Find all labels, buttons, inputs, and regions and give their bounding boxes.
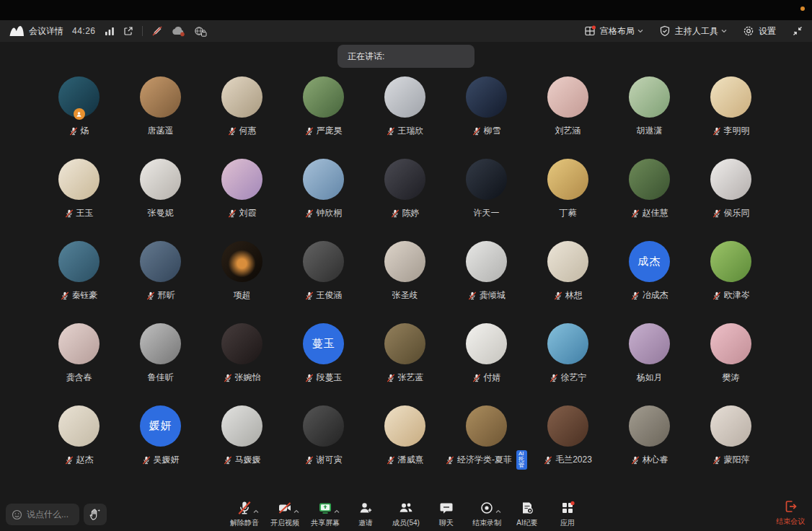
participant-tile[interactable]: 钟欣桐	[283, 154, 364, 237]
participant-name-row: 秦钰豪	[61, 290, 98, 301]
participant-tile[interactable]: 龚倾城	[446, 237, 527, 319]
end-meeting-button[interactable]: 结束会议	[776, 499, 805, 527]
ai-doc-icon	[520, 500, 534, 516]
participant-name-row: 项超	[234, 290, 251, 301]
avatar	[629, 405, 670, 447]
participant-tile[interactable]: 王瑞欣	[364, 72, 446, 154]
participant-name: 毛兰2023	[555, 454, 592, 466]
participant-tile[interactable]: 陈婷	[364, 154, 446, 237]
participant-tile[interactable]: 毛兰2023	[527, 401, 609, 483]
participant-tile[interactable]: 许天一	[446, 154, 527, 237]
chevron-up-icon[interactable]	[253, 504, 259, 517]
participant-tile[interactable]: 林心睿	[609, 401, 690, 483]
signal-strength-icon[interactable]	[105, 26, 115, 36]
host-tools-button[interactable]: 主持人工具	[659, 25, 727, 38]
participant-tile[interactable]: 林想	[527, 237, 609, 319]
ai-host-badge: AI托管	[516, 450, 527, 470]
chevron-up-icon[interactable]	[495, 504, 501, 517]
participant-name: 冶成杰	[643, 289, 668, 302]
participant-tile[interactable]: 侯乐同	[690, 154, 772, 237]
toolbar-button-share-screen[interactable]: 共享屏幕	[307, 500, 343, 528]
toolbar-button-start-video[interactable]: 开启视频	[267, 500, 303, 528]
participant-tile[interactable]: 龚含春	[38, 319, 120, 401]
participant-name: 欧津岑	[724, 289, 750, 302]
participant-tile[interactable]: 胡遨潇	[609, 72, 690, 154]
participant-name-row: 蒙阳萍	[712, 455, 750, 465]
avatar	[629, 323, 670, 364]
participant-tile[interactable]: 秦钰豪	[38, 237, 120, 319]
open-external-icon[interactable]	[123, 26, 133, 36]
participant-tile[interactable]: 王俊涵	[283, 237, 364, 319]
participant-tile[interactable]: 张婉怡	[201, 319, 283, 401]
participant-tile[interactable]: 项超	[201, 237, 283, 319]
quick-chat-input[interactable]: 说点什么...	[6, 504, 79, 525]
participant-tile[interactable]: 张艺蓝	[364, 319, 446, 401]
participant-tile[interactable]: 邢昕	[120, 237, 201, 319]
participant-tile[interactable]: 樊涛	[690, 319, 772, 401]
participant-tile[interactable]: 谢可寅	[283, 401, 364, 483]
toolbar-button-stop-record[interactable]: 结束录制	[469, 500, 505, 528]
avatar	[384, 323, 425, 364]
participant-name: 丁蕤	[560, 207, 577, 219]
participant-tile[interactable]: 蒙阳萍	[690, 401, 772, 483]
participant-name-row: 柳雪	[472, 126, 501, 136]
participant-tile[interactable]: 马媛媛	[201, 401, 283, 483]
muted-mic-icon	[712, 209, 721, 218]
participant-tile[interactable]: 赵佳慧	[609, 154, 690, 237]
chat-placeholder: 说点什么...	[27, 509, 69, 521]
cloud-recording-icon[interactable]	[172, 26, 185, 37]
participant-tile[interactable]: 王玉	[38, 154, 120, 237]
collapse-window-button[interactable]	[792, 25, 803, 37]
toolbar-button-invite[interactable]: 邀请	[348, 500, 384, 528]
participant-tile[interactable]: 经济学类-夏菲AI托管	[446, 401, 527, 483]
avatar	[303, 159, 344, 200]
toolbar-button-apps[interactable]: 应用	[550, 500, 586, 528]
toolbar-button-chat[interactable]: 聊天	[428, 500, 464, 528]
avatar	[710, 241, 751, 282]
participant-name-row: 龚含春	[66, 372, 92, 383]
participant-tile[interactable]: 蔓玉段蔓玉	[283, 319, 364, 401]
toolbar-button-ai-notes[interactable]: AI纪要	[509, 500, 545, 528]
participant-tile[interactable]: 媛妍吴媛妍	[120, 401, 201, 483]
participant-tile[interactable]: 刘霞	[201, 154, 283, 237]
participant-tile[interactable]: 炀	[38, 72, 120, 154]
participant-tile[interactable]: 潘威熹	[364, 401, 446, 483]
grid-layout-button[interactable]: 宫格布局	[584, 25, 643, 38]
muted-mic-icon	[554, 291, 562, 300]
interpretation-lock-icon[interactable]	[194, 26, 207, 37]
settings-button[interactable]: 设置	[743, 25, 776, 38]
participant-tile[interactable]: 何惠	[201, 72, 283, 154]
participant-tile[interactable]: 严庞昊	[283, 72, 364, 154]
participant-name: 蒙阳萍	[724, 454, 750, 466]
muted-mic-icon	[69, 127, 78, 136]
participant-tile[interactable]: 欧津岑	[690, 237, 772, 319]
chevron-up-icon[interactable]	[294, 504, 299, 517]
raise-hand-button[interactable]	[84, 504, 107, 525]
participant-tile[interactable]: 付婧	[446, 319, 527, 401]
avatar	[629, 76, 670, 118]
participant-tile[interactable]: 鲁佳昕	[120, 319, 201, 401]
participant-name-row: 付婧	[472, 372, 501, 383]
toolbar-button-unmute[interactable]: 解除静音	[226, 500, 262, 528]
chevron-up-icon[interactable]	[334, 504, 340, 517]
participant-tile[interactable]: 张曼妮	[120, 154, 201, 237]
participant-tile[interactable]: 张圣歧	[364, 237, 446, 319]
participant-tile[interactable]: 唐菡遥	[120, 72, 201, 154]
participant-tile[interactable]: 柳雪	[446, 72, 527, 154]
participant-tile[interactable]: 成杰冶成杰	[609, 237, 690, 319]
caption-disabled-icon[interactable]	[151, 25, 163, 37]
participant-name-row: 樊涛	[723, 372, 740, 383]
people-icon	[399, 500, 413, 516]
avatar: 蔓玉	[303, 323, 344, 364]
participant-tile[interactable]: 杨如月	[609, 319, 690, 401]
participant-tile[interactable]: 徐艺宁	[527, 319, 609, 401]
muted-mic-icon	[387, 456, 395, 465]
avatar	[140, 159, 181, 200]
participant-name-row: 赵杰	[65, 455, 94, 465]
participant-tile[interactable]: 赵杰	[38, 401, 120, 483]
participant-tile[interactable]: 李明明	[690, 72, 772, 154]
meeting-details-button[interactable]: 会议详情	[29, 25, 63, 38]
participant-tile[interactable]: 丁蕤	[527, 154, 609, 237]
participant-tile[interactable]: 刘艺涵	[527, 72, 609, 154]
toolbar-button-members[interactable]: 成员(54)	[388, 500, 424, 528]
